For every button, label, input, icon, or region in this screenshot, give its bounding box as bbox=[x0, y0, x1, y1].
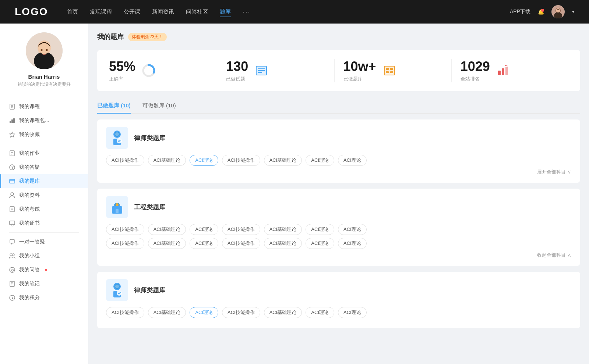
menu-label: 我的笔记 bbox=[19, 281, 40, 287]
tag-1b-1[interactable]: ACI基础理论 bbox=[148, 238, 186, 249]
svg-rect-23 bbox=[10, 179, 15, 183]
menu-label: 一对一答疑 bbox=[19, 239, 45, 245]
trial-badge: 体验剩余23天！ bbox=[128, 33, 167, 41]
tag-0-5[interactable]: ACI理论 bbox=[306, 155, 334, 166]
tag-1b-0[interactable]: ACI技能操作 bbox=[106, 238, 144, 249]
menu-questions[interactable]: ? 我的答疑 bbox=[0, 160, 88, 174]
tag-0-1[interactable]: ACI基础理论 bbox=[148, 155, 186, 166]
file-icon bbox=[9, 103, 15, 110]
bank-section-0: 律师类题库 ACI技能操作 ACI基础理论 ACI理论 ACI技能操作 ACI基… bbox=[97, 119, 580, 183]
menu-label: 我的收藏 bbox=[19, 131, 40, 138]
profile-avatar bbox=[26, 32, 63, 69]
user-menu-chevron[interactable]: ▾ bbox=[572, 9, 574, 14]
menu-notes[interactable]: 我的笔记 bbox=[0, 277, 88, 291]
profile-section: Brian Harris 错误的决定比没有决定要好 bbox=[0, 32, 88, 95]
tag-2-1[interactable]: ACI基础理论 bbox=[148, 307, 186, 318]
tag-1b-2[interactable]: ACI理论 bbox=[190, 238, 218, 249]
nav-item-news[interactable]: 新闻资讯 bbox=[152, 7, 174, 17]
menu-my-courses[interactable]: 我的课程 bbox=[0, 100, 88, 114]
tag-1b-3[interactable]: ACI技能操作 bbox=[222, 238, 260, 249]
qa-notification-dot bbox=[45, 269, 47, 271]
svg-point-70 bbox=[115, 285, 119, 288]
ranking-value: 1029 bbox=[461, 59, 490, 74]
svg-rect-56 bbox=[502, 68, 504, 75]
tag-1-4[interactable]: ACI基础理论 bbox=[264, 224, 302, 235]
nav-item-bank[interactable]: 题库 bbox=[220, 7, 231, 17]
tag-2-3[interactable]: ACI技能操作 bbox=[222, 307, 260, 318]
nav-item-discover[interactable]: 发现课程 bbox=[90, 7, 112, 17]
menu-favorites[interactable]: 我的收藏 bbox=[0, 128, 88, 142]
expand-link-0[interactable]: 展开全部科目 ∨ bbox=[106, 169, 571, 175]
menu-homework[interactable]: 我的作业 bbox=[0, 146, 88, 160]
svg-rect-14 bbox=[10, 121, 11, 123]
accuracy-value: 55% bbox=[109, 59, 135, 74]
group-icon bbox=[9, 253, 15, 259]
done-questions-label: 已做试题 bbox=[226, 76, 248, 82]
chart-icon bbox=[9, 117, 15, 124]
menu-bank[interactable]: 我的题库 bbox=[0, 174, 88, 188]
tag-2-5[interactable]: ACI理论 bbox=[306, 307, 334, 318]
nav-item-home[interactable]: 首页 bbox=[67, 7, 78, 17]
tag-2-6[interactable]: ACI理论 bbox=[338, 307, 367, 318]
tag-0-6[interactable]: ACI理论 bbox=[338, 155, 367, 166]
svg-point-9 bbox=[46, 49, 47, 51]
nav-item-qa[interactable]: 问答社区 bbox=[186, 7, 208, 17]
menu-course-package[interactable]: 我的课程包... bbox=[0, 114, 88, 128]
nav-item-open[interactable]: 公开课 bbox=[124, 7, 140, 17]
svg-rect-54 bbox=[390, 71, 393, 73]
svg-point-25 bbox=[11, 193, 14, 196]
tag-0-3[interactable]: ACI技能操作 bbox=[222, 155, 260, 166]
tag-1-0[interactable]: ACI技能操作 bbox=[106, 224, 144, 235]
tag-0-0[interactable]: ACI技能操作 bbox=[106, 155, 144, 166]
collapse-link-1[interactable]: 收起全部科目 ∧ bbox=[106, 252, 571, 258]
bank-section-2: 律师类题库 ACI技能操作 ACI基础理论 ACI理论 ACI技能操作 ACI基… bbox=[97, 272, 580, 328]
tag-1b-5[interactable]: ACI理论 bbox=[306, 238, 334, 249]
menu-cert[interactable]: 我的证书 bbox=[0, 216, 88, 230]
menu-1on1[interactable]: 一对一答疑 bbox=[0, 235, 88, 249]
nav-item-more[interactable]: ··· bbox=[243, 7, 250, 17]
svg-point-32 bbox=[12, 254, 14, 256]
stat-done-banks: 10w+ 已做题库 bbox=[335, 59, 452, 82]
tag-1b-6[interactable]: ACI理论 bbox=[338, 238, 367, 249]
tag-1-5[interactable]: ACI理论 bbox=[306, 224, 334, 235]
svg-rect-49 bbox=[384, 66, 395, 75]
points-icon: ★ bbox=[9, 295, 15, 301]
tab-available[interactable]: 可做题库 (10) bbox=[142, 99, 176, 114]
homework-icon bbox=[9, 150, 15, 157]
tag-1b-4[interactable]: ACI基础理论 bbox=[264, 238, 302, 249]
tag-1-3[interactable]: ACI技能操作 bbox=[222, 224, 260, 235]
menu-exam[interactable]: 我的考试 bbox=[0, 202, 88, 216]
tag-2-4[interactable]: ACI基础理论 bbox=[264, 307, 302, 318]
menu-points[interactable]: ★ 我的积分 bbox=[0, 291, 88, 305]
stat-accuracy: 55% 正确率 bbox=[109, 59, 217, 82]
bank-title-0: 律师类题库 bbox=[134, 134, 165, 142]
tag-0-2[interactable]: ACI理论 bbox=[190, 155, 218, 166]
menu-profile[interactable]: 我的资料 bbox=[0, 188, 88, 202]
profile-motto: 错误的决定比没有决定要好 bbox=[7, 81, 81, 88]
accuracy-icon bbox=[141, 63, 156, 78]
accuracy-label: 正确率 bbox=[109, 76, 135, 82]
menu-my-qa[interactable]: Q 我的问答 bbox=[0, 263, 88, 277]
tag-0-4[interactable]: ACI基础理论 bbox=[264, 155, 302, 166]
profile-icon bbox=[9, 192, 15, 199]
answer-icon: Q bbox=[9, 267, 15, 273]
tag-1-2[interactable]: ACI理论 bbox=[190, 224, 218, 235]
tag-1-1[interactable]: ACI基础理论 bbox=[148, 224, 186, 235]
stats-card: 55% 正确率 130 已做试题 bbox=[97, 50, 580, 91]
notification-bell[interactable]: 🔔 bbox=[538, 9, 544, 15]
svg-point-7 bbox=[38, 42, 50, 54]
svg-marker-17 bbox=[10, 132, 15, 137]
menu-group[interactable]: 我的小组 bbox=[0, 249, 88, 263]
top-nav: LOGO 首页 发现课程 公开课 新闻资讯 问答社区 题库 ··· APP下载 … bbox=[0, 0, 589, 24]
avatar[interactable] bbox=[551, 5, 565, 18]
done-banks-icon bbox=[382, 63, 397, 78]
divider-1 bbox=[9, 144, 79, 144]
tag-1-6[interactable]: ACI理论 bbox=[338, 224, 367, 235]
done-banks-value: 10w+ bbox=[343, 59, 376, 74]
tag-2-2[interactable]: ACI理论 bbox=[190, 307, 218, 318]
bank-section-1: 工程类题库 ACI技能操作 ACI基础理论 ACI理论 ACI技能操作 ACI基… bbox=[97, 189, 580, 266]
tag-2-0[interactable]: ACI技能操作 bbox=[106, 307, 144, 318]
menu-label: 我的资料 bbox=[19, 192, 40, 199]
app-download-link[interactable]: APP下载 bbox=[510, 8, 530, 15]
tab-done[interactable]: 已做题库 (10) bbox=[97, 99, 131, 114]
